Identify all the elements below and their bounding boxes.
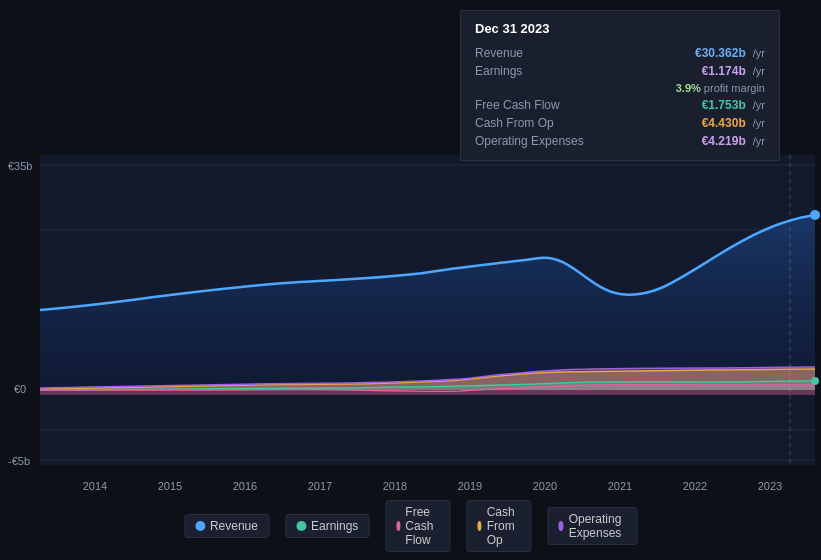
tooltip-value-fcf: €1.753b [702, 98, 746, 112]
svg-text:2018: 2018 [383, 480, 407, 492]
legend-item-fcf[interactable]: Free Cash Flow [385, 500, 450, 552]
legend-item-revenue[interactable]: Revenue [184, 514, 269, 538]
legend-dot-cashop [477, 521, 481, 531]
tooltip-row-cashop: Cash From Op €4.430b /yr [475, 114, 765, 132]
svg-text:2021: 2021 [608, 480, 632, 492]
tooltip-label-cashop: Cash From Op [475, 116, 595, 130]
legend-item-opex[interactable]: Operating Expenses [547, 507, 637, 545]
tooltip-title: Dec 31 2023 [475, 21, 765, 36]
svg-text:2017: 2017 [308, 480, 332, 492]
legend-label-cashop: Cash From Op [487, 505, 521, 547]
tooltip-margin-badge: 3.9% profit margin [676, 82, 765, 94]
svg-text:-€5b: -€5b [8, 455, 30, 467]
tooltip-value-earnings: €1.174b [702, 64, 746, 78]
legend-label-revenue: Revenue [210, 519, 258, 533]
tooltip-row-fcf: Free Cash Flow €1.753b /yr [475, 96, 765, 114]
legend-item-earnings[interactable]: Earnings [285, 514, 369, 538]
svg-text:2014: 2014 [83, 480, 107, 492]
tooltip-value-opex: €4.219b [702, 134, 746, 148]
legend-dot-earnings [296, 521, 306, 531]
svg-text:2023: 2023 [758, 480, 782, 492]
svg-text:€0: €0 [14, 383, 26, 395]
svg-point-11 [810, 210, 820, 220]
svg-text:2016: 2016 [233, 480, 257, 492]
tooltip-label-opex: Operating Expenses [475, 134, 595, 148]
svg-point-12 [811, 377, 819, 385]
tooltip-label-earnings: Earnings [475, 64, 595, 78]
svg-text:2015: 2015 [158, 480, 182, 492]
tooltip-row-earnings-margin: 3.9% profit margin [475, 80, 765, 96]
tooltip-row-opex: Operating Expenses €4.219b /yr [475, 132, 765, 150]
legend-label-earnings: Earnings [311, 519, 358, 533]
legend-label-fcf: Free Cash Flow [405, 505, 439, 547]
tooltip-label-fcf: Free Cash Flow [475, 98, 595, 112]
svg-text:2019: 2019 [458, 480, 482, 492]
tooltip-row-revenue: Revenue €30.362b /yr [475, 44, 765, 62]
tooltip-box: Dec 31 2023 Revenue €30.362b /yr Earning… [460, 10, 780, 161]
tooltip-label-revenue: Revenue [475, 46, 595, 60]
legend-dot-revenue [195, 521, 205, 531]
tooltip-value-revenue: €30.362b [695, 46, 746, 60]
legend-item-cashop[interactable]: Cash From Op [466, 500, 531, 552]
tooltip-row-earnings: Earnings €1.174b /yr [475, 62, 765, 80]
legend-dot-opex [558, 521, 563, 531]
tooltip-value-cashop: €4.430b [702, 116, 746, 130]
chart-legend: Revenue Earnings Free Cash Flow Cash Fro… [184, 500, 637, 552]
svg-text:€35b: €35b [8, 160, 32, 172]
svg-text:2022: 2022 [683, 480, 707, 492]
svg-text:2020: 2020 [533, 480, 557, 492]
legend-dot-fcf [396, 521, 400, 531]
legend-label-opex: Operating Expenses [569, 512, 626, 540]
chart-container: Dec 31 2023 Revenue €30.362b /yr Earning… [0, 0, 821, 560]
